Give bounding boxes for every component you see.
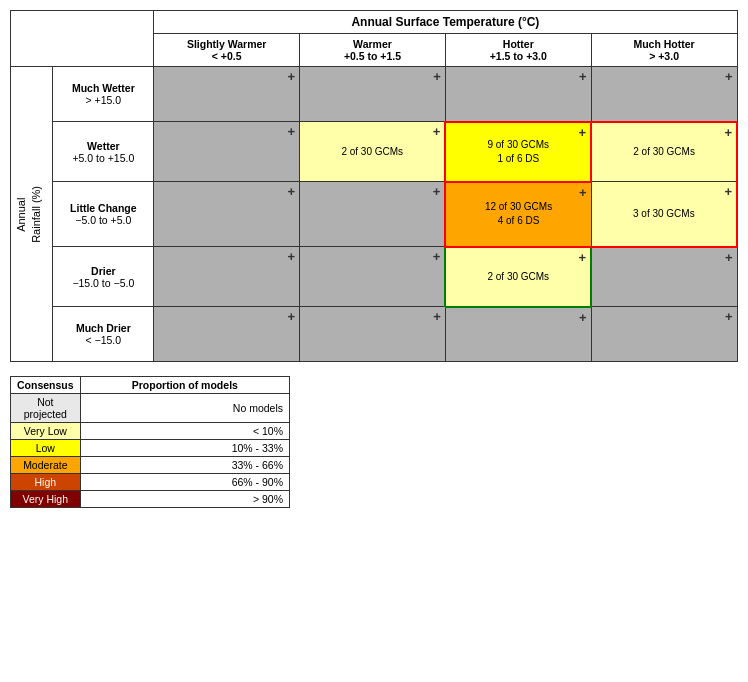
cell-much-drier-much-hotter: +: [591, 307, 737, 362]
plus-icon: +: [433, 69, 441, 84]
cell-much-wetter-hotter: +: [445, 67, 591, 122]
plus-icon: +: [724, 184, 732, 199]
legend-value-very-high: > 90%: [80, 491, 289, 508]
climate-matrix-table: Annual Surface Temperature (°C) Slightly…: [10, 10, 738, 362]
plus-icon: +: [725, 69, 733, 84]
plus-icon: +: [725, 250, 733, 265]
plus-icon: +: [433, 184, 441, 199]
cell-drier-hotter: + 2 of 30 GCMs: [445, 247, 591, 307]
cell-much-drier-slightly-warmer: +: [154, 307, 300, 362]
cell-drier-much-hotter: +: [591, 247, 737, 307]
cell-wetter-warmer: + 2 of 30 GCMs: [300, 122, 446, 182]
row-header-wetter: Wetter+5.0 to +15.0: [53, 122, 154, 182]
plus-icon: +: [433, 309, 441, 324]
cell-much-drier-hotter: +: [445, 307, 591, 362]
cell-drier-hotter-text: 2 of 30 GCMs: [449, 270, 587, 284]
plus-icon: +: [433, 249, 441, 264]
col-header-much-hotter: Much Hotter> +3.0: [591, 34, 737, 67]
column-axis-title: Annual Surface Temperature (°C): [154, 11, 737, 34]
cell-little-much-hotter: + 3 of 30 GCMs: [591, 182, 737, 247]
plus-icon: +: [287, 69, 295, 84]
plus-icon: +: [579, 69, 587, 84]
cell-wetter-much-hotter-text: 2 of 30 GCMs: [595, 145, 733, 159]
cell-little-slightly-warmer: +: [154, 182, 300, 247]
legend-color-very-low: Very Low: [11, 423, 81, 440]
cell-much-wetter-warmer: +: [300, 67, 446, 122]
legend-table: Consensus Proportion of models Not proje…: [10, 376, 290, 508]
plus-icon: +: [579, 310, 587, 325]
row-header-much-drier: Much Drier< −15.0: [53, 307, 154, 362]
cell-little-hotter-text: 12 of 30 GCMs4 of 6 DS: [449, 200, 587, 228]
col-header-slightly-warmer: Slightly Warmer< +0.5: [154, 34, 300, 67]
cell-wetter-much-hotter: + 2 of 30 GCMs: [591, 122, 737, 182]
cell-little-hotter: + 12 of 30 GCMs4 of 6 DS: [445, 182, 591, 247]
row-header-much-wetter: Much Wetter> +15.0: [53, 67, 154, 122]
plus-icon: +: [579, 125, 587, 140]
legend-value-high: 66% - 90%: [80, 474, 289, 491]
col-header-warmer: Warmer+0.5 to +1.5: [300, 34, 446, 67]
plus-icon: +: [287, 249, 295, 264]
cell-drier-warmer: +: [300, 247, 446, 307]
legend-value-very-low: < 10%: [80, 423, 289, 440]
legend-value-not-projected: No models: [80, 394, 289, 423]
row-header-little-change: Little Change−5.0 to +5.0: [53, 182, 154, 247]
cell-wetter-slightly-warmer: +: [154, 122, 300, 182]
plus-icon: +: [579, 250, 587, 265]
row-axis-label: AnnualRainfall (%): [11, 67, 53, 362]
col-header-hotter: Hotter+1.5 to +3.0: [445, 34, 591, 67]
cell-much-wetter-much-hotter: +: [591, 67, 737, 122]
cell-wetter-hotter-text: 9 of 30 GCMs1 of 6 DS: [449, 138, 587, 166]
legend-color-low: Low: [11, 440, 81, 457]
legend-title-proportion: Proportion of models: [80, 377, 289, 394]
cell-much-drier-warmer: +: [300, 307, 446, 362]
plus-icon: +: [287, 124, 295, 139]
legend-title-consensus: Consensus: [11, 377, 81, 394]
plus-icon: +: [579, 185, 587, 200]
cell-drier-slightly-warmer: +: [154, 247, 300, 307]
plus-icon: +: [725, 309, 733, 324]
legend-color-high: High: [11, 474, 81, 491]
cell-little-much-hotter-text: 3 of 30 GCMs: [595, 207, 733, 221]
cell-little-warmer: +: [300, 182, 446, 247]
legend-color-not-projected: Not projected: [11, 394, 81, 423]
legend-color-very-high: Very High: [11, 491, 81, 508]
legend-value-moderate: 33% - 66%: [80, 457, 289, 474]
plus-icon: +: [433, 124, 441, 139]
plus-icon: +: [287, 309, 295, 324]
cell-much-wetter-slightly-warmer: +: [154, 67, 300, 122]
cell-wetter-warmer-text: 2 of 30 GCMs: [303, 145, 441, 159]
row-header-drier: Drier−15.0 to −5.0: [53, 247, 154, 307]
cell-wetter-hotter: + 9 of 30 GCMs1 of 6 DS: [445, 122, 591, 182]
legend-value-low: 10% - 33%: [80, 440, 289, 457]
plus-icon: +: [724, 125, 732, 140]
legend-color-moderate: Moderate: [11, 457, 81, 474]
plus-icon: +: [287, 184, 295, 199]
